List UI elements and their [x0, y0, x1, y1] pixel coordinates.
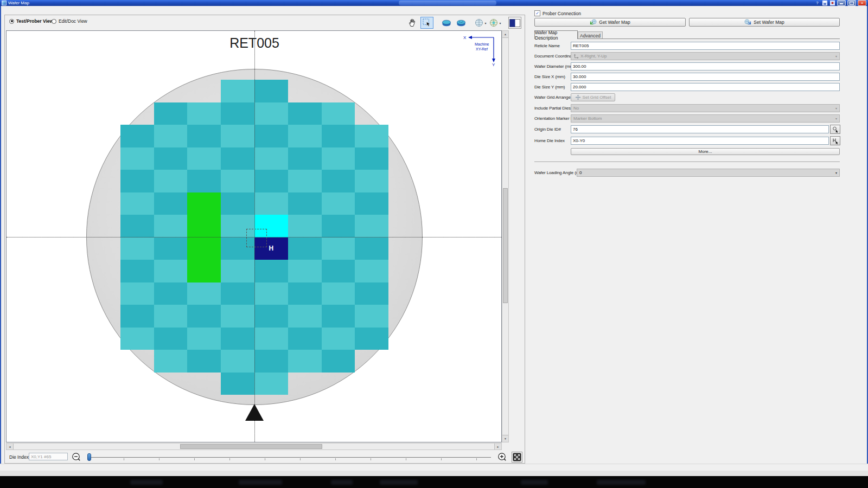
wafer-diameter-input[interactable] [571, 62, 840, 70]
close-button[interactable]: × [858, 0, 866, 6]
die[interactable] [254, 305, 288, 328]
die[interactable] [221, 260, 254, 282]
die[interactable] [187, 350, 221, 373]
die[interactable] [120, 328, 154, 350]
die[interactable] [288, 170, 322, 192]
die[interactable] [187, 215, 221, 237]
scroll-right-icon[interactable]: ► [494, 444, 501, 450]
help-icon[interactable]: ? [814, 1, 820, 5]
die[interactable] [355, 282, 388, 305]
save-icon[interactable] [822, 1, 828, 5]
die[interactable] [355, 170, 388, 192]
die[interactable] [221, 350, 254, 373]
vertical-scrollbar[interactable]: ▲ ▼ [502, 30, 509, 442]
zoom-out-button[interactable] [71, 452, 82, 463]
die[interactable] [120, 260, 154, 282]
die[interactable] [288, 192, 322, 215]
die[interactable] [187, 305, 221, 328]
die[interactable] [221, 305, 254, 328]
radio-test-prober-view[interactable]: Test/Prober View [9, 18, 53, 24]
die[interactable] [221, 373, 254, 395]
die[interactable] [355, 328, 388, 350]
document-coordinates-combo[interactable]: X-Right, Y-Up ▾ [571, 52, 840, 60]
die[interactable] [322, 102, 355, 125]
die[interactable] [154, 350, 188, 373]
die[interactable] [355, 192, 388, 215]
home-die-index-input[interactable] [571, 137, 829, 145]
die[interactable] [322, 305, 355, 328]
scroll-up-icon[interactable]: ▲ [502, 31, 508, 38]
die-index-input[interactable] [29, 453, 68, 460]
die[interactable] [288, 350, 322, 373]
die[interactable] [355, 237, 388, 260]
die[interactable] [221, 282, 254, 305]
die[interactable] [120, 305, 154, 328]
die[interactable] [322, 350, 355, 373]
prober-connection-row[interactable]: ✓ Prober Connection [534, 10, 581, 16]
select-tool-button[interactable] [420, 17, 433, 29]
die[interactable] [288, 328, 322, 350]
die[interactable] [187, 260, 221, 282]
die[interactable] [288, 305, 322, 328]
orientation-marker-pos-combo[interactable]: Marker Bottom ▾ [571, 114, 840, 123]
die[interactable] [322, 215, 355, 237]
die[interactable] [355, 125, 388, 147]
horizontal-scroll-thumb[interactable] [180, 444, 322, 449]
horizontal-scrollbar[interactable]: ◄ ► [6, 443, 502, 450]
prober-connection-checkbox[interactable]: ✓ [534, 10, 540, 16]
wafer-map-overlay-button[interactable]: ▾ [489, 17, 502, 29]
die[interactable] [322, 192, 355, 215]
die[interactable] [254, 192, 288, 215]
die[interactable] [120, 192, 154, 215]
die[interactable] [288, 237, 322, 260]
die[interactable] [154, 125, 188, 147]
die[interactable] [254, 147, 288, 170]
die[interactable] [154, 215, 188, 237]
scroll-left-icon[interactable]: ◄ [7, 444, 14, 450]
die[interactable] [254, 80, 288, 102]
die[interactable] [288, 215, 322, 237]
scroll-down-icon[interactable]: ▼ [502, 435, 508, 442]
die[interactable] [355, 215, 388, 237]
die[interactable] [120, 237, 154, 260]
die-size-y-input[interactable] [571, 83, 840, 91]
die[interactable] [254, 125, 288, 147]
die[interactable] [221, 192, 254, 215]
die[interactable] [254, 282, 288, 305]
die[interactable] [254, 170, 288, 192]
die[interactable] [322, 237, 355, 260]
wafer-map-mode-button[interactable]: ▾ [474, 17, 487, 29]
die[interactable] [187, 328, 221, 350]
die[interactable] [154, 170, 188, 192]
die[interactable] [120, 170, 154, 192]
die[interactable] [154, 260, 188, 282]
die[interactable] [288, 282, 322, 305]
die[interactable] [288, 125, 322, 147]
pick-origin-die-button[interactable] [830, 125, 840, 134]
die[interactable] [355, 147, 388, 170]
wafer-3d-view-button[interactable] [440, 17, 453, 29]
reticle-name-input[interactable] [571, 42, 840, 50]
tab-wafer-map-description[interactable]: Wafer Map Description [534, 30, 578, 39]
die[interactable] [187, 102, 221, 125]
wafer-loading-angle-combo[interactable]: 0 ▾ [577, 169, 840, 177]
die[interactable] [187, 125, 221, 147]
wafer-3d-dots-button[interactable] [455, 17, 468, 29]
die[interactable] [154, 102, 188, 125]
fit-to-window-button[interactable] [512, 452, 522, 463]
die[interactable] [154, 328, 188, 350]
die[interactable] [355, 260, 388, 282]
die[interactable] [288, 147, 322, 170]
die[interactable] [120, 282, 154, 305]
get-wafer-map-button[interactable]: Get Wafer Map [534, 18, 686, 27]
die[interactable] [187, 282, 221, 305]
die[interactable] [221, 102, 254, 125]
die[interactable] [154, 192, 188, 215]
wafer-canvas[interactable]: RET005 H X Y Machine XY-Ref [6, 30, 502, 442]
more-button[interactable]: More... [571, 148, 840, 155]
die[interactable] [221, 170, 254, 192]
origin-die-id-input[interactable] [571, 125, 829, 133]
die[interactable] [120, 125, 154, 147]
die[interactable] [254, 373, 288, 395]
minimize-button[interactable] [837, 0, 846, 6]
